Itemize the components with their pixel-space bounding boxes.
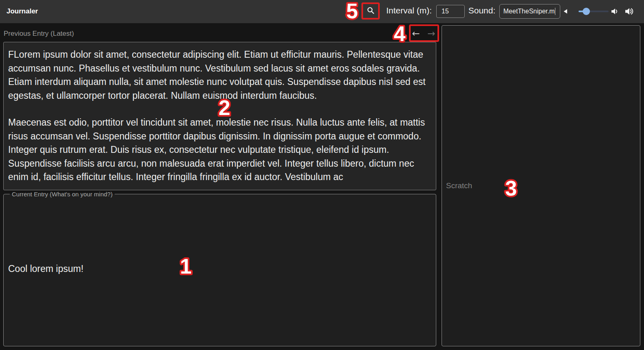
scratch-placeholder: Scratch <box>446 181 472 190</box>
entry-nav: ← → <box>409 25 439 42</box>
current-entry-label: Current Entry (What's on your mind?) <box>10 191 115 198</box>
sound-label: Sound: <box>468 6 496 15</box>
previous-entry-paragraph: Maecenas est odio, porttitor vel tincidu… <box>8 116 430 184</box>
volume-low-icon <box>562 8 569 15</box>
scratch-textbox[interactable]: Scratch <box>442 25 640 346</box>
arrow-right-icon: → <box>427 28 435 39</box>
arrow-left-icon: ← <box>412 28 420 39</box>
app-title: Journaler <box>7 7 38 15</box>
search-button[interactable] <box>364 4 378 18</box>
previous-entry-textbox[interactable]: FLorem ipsum dolor sit amet, consectetur… <box>3 42 436 190</box>
previous-entry-label: Previous Entry (Latest) <box>4 30 74 38</box>
topbar: Journaler Interval (m): Sound: MeetTheSn… <box>0 0 644 23</box>
current-entry-value: Cool lorem ipsum! <box>8 263 83 274</box>
volume-slider[interactable] <box>579 7 609 16</box>
volume-high-icon[interactable] <box>624 6 635 17</box>
sound-input[interactable]: MeetTheSniper.m <box>499 4 560 19</box>
previous-entry-paragraph: FLorem ipsum dolor sit amet, consectetur… <box>8 48 430 102</box>
journaler-window: Journaler Interval (m): Sound: MeetTheSn… <box>0 0 644 350</box>
sound-input-value: MeetTheSniper.m <box>503 8 555 15</box>
text-caret <box>555 8 555 15</box>
nav-back-button[interactable]: ← <box>409 25 423 42</box>
volume-slider-handle[interactable] <box>583 8 590 15</box>
interval-input[interactable] <box>436 5 465 18</box>
search-icon <box>366 6 376 15</box>
volume-medium-icon[interactable] <box>610 7 619 16</box>
interval-label: Interval (m): <box>386 6 432 15</box>
nav-forward-button[interactable]: → <box>424 25 438 42</box>
